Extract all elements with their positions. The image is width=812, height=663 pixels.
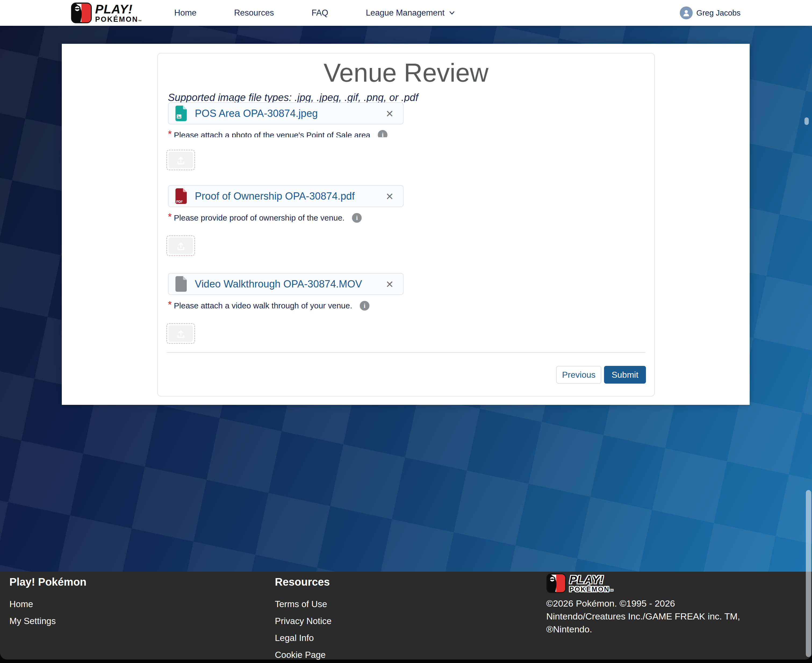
remove-file-button[interactable]: ✕ [382,186,398,207]
nav-item-home[interactable]: Home [175,8,197,18]
footer-links: Home My Settings [10,598,87,627]
trademark-symbol: ™ [610,589,614,593]
upload-icon [168,238,193,254]
nav-league-management-label: League Management [366,8,445,18]
footer-band: Play! Pokémon Home My Settings Resources… [0,572,812,663]
file-link[interactable]: Proof of Ownership OPA-30874.pdf [195,191,355,202]
pokeball-logo-icon [71,2,92,23]
footer-heading: Resources [275,576,339,588]
submit-button[interactable]: Submit [604,366,646,383]
main-navigation: Home Resources FAQ League Management [175,8,456,18]
play-pokemon-logo-link[interactable]: PLAY! POKÉMON™ [71,2,143,23]
form-actions: Previous Submit [556,366,646,383]
copyright-line-2: Nintendo/Creatures Inc./GAME FREAK inc. … [546,611,740,621]
svg-text:PDF: PDF [176,200,183,204]
file-row: Video Walkthrough OPA-30874.MOV ✕ [168,273,404,295]
nav-home-label: Home [175,8,197,18]
remove-file-button[interactable]: ✕ [382,103,398,124]
required-asterisk: * [168,130,172,137]
logo-pokemon-word: POKÉMON [95,15,138,23]
file-link[interactable]: POS Area OPA-30874.jpeg [195,108,318,119]
upload-icon [168,325,193,342]
upload-icon [168,152,193,168]
copyright-line-1: ©2026 Pokémon. ©1995 - 2026 [546,598,675,608]
upload-file-button[interactable] [166,323,195,344]
previous-button[interactable]: Previous [556,366,601,383]
file-link[interactable]: Video Walkthrough OPA-30874.MOV [195,278,362,290]
required-asterisk: * [168,300,172,310]
pdf-file-icon: PDF [175,188,188,204]
logo-play-text: PLAY! [95,3,143,15]
scrollbar-thumb[interactable] [806,490,811,657]
footer-link-home[interactable]: Home [10,598,87,611]
info-icon[interactable]: i [360,301,369,310]
upload-file-button[interactable] [166,235,195,256]
chevron-down-icon [448,9,456,17]
requirement-line: * Please attach a photo of the venue's P… [168,130,404,137]
logo-wordmark: PLAY! POKÉMON™ [95,3,143,23]
requirement-line: * Please provide proof of ownership of t… [168,213,404,223]
image-file-icon [175,105,188,122]
attachment-group-video-walkthrough: Video Walkthrough OPA-30874.MOV ✕ * Plea… [168,273,404,344]
info-icon[interactable]: i [378,130,387,137]
logo-pokemon-word: POKÉMON [569,585,610,593]
nav-item-faq[interactable]: FAQ [311,8,328,18]
nav-faq-label: FAQ [311,8,328,18]
user-avatar-icon [680,6,693,19]
top-navigation-bar: PLAY! POKÉMON™ Home Resources FAQ League… [0,0,812,26]
footer-play-pokemon-logo: PLAY! POKÉMON™ [546,573,740,593]
page-title: Venue Review [158,60,654,86]
info-icon[interactable]: i [352,213,362,223]
generic-file-icon [175,276,188,292]
requirement-line: * Please attach a video walk through of … [168,301,404,311]
footer-links: Terms of Use Privacy Notice Legal Info C… [275,598,339,663]
file-row: POS Area OPA-30874.jpeg ✕ [168,102,404,125]
logo-play-text: PLAY! [569,574,614,585]
content-panel: Venue Review Supported image file types:… [62,44,750,405]
attachment-group-pos-area: POS Area OPA-30874.jpeg ✕ * Please attac… [168,102,404,170]
footer-link-terms-of-use[interactable]: Terms of Use [275,598,339,611]
nav-item-league-management[interactable]: League Management [366,8,456,18]
requirement-text: Please attach a video walk through of yo… [174,301,352,311]
footer-heading: Play! Pokémon [10,576,87,588]
scrollbar-thumb-top[interactable] [804,117,809,125]
required-asterisk: * [168,212,172,222]
nav-item-resources[interactable]: Resources [234,8,274,18]
venue-review-page: PLAY! POKÉMON™ Home Resources FAQ League… [0,0,812,663]
footer-column-play-pokemon: Play! Pokémon Home My Settings [10,576,87,632]
footer: Play! Pokémon Home My Settings Resources… [0,572,812,660]
copyright-text: ©2026 Pokémon. ©1995 - 2026 Nintendo/Cre… [546,597,740,636]
copyright-line-3: ®Nintendo. [546,624,592,634]
checkered-background: Venue Review Supported image file types:… [0,26,812,572]
supported-file-types-note: Supported image file types: .jpg, .jpeg,… [168,92,490,102]
logo-pokemon-text: POKÉMON™ [569,586,614,593]
user-name: Greg Jacobs [696,9,741,18]
footer-column-legal: PLAY! POKÉMON™ ©2026 Pokémon. ©1995 - 20… [546,573,740,636]
requirement-text: Please attach a photo of the venue's Poi… [174,130,370,137]
nav-resources-label: Resources [234,8,274,18]
pokeball-logo-icon [546,573,566,593]
requirement-text: Please provide proof of ownership of the… [174,213,345,223]
file-row: PDF Proof of Ownership OPA-30874.pdf ✕ [168,185,404,207]
footer-link-privacy-notice[interactable]: Privacy Notice [275,614,339,627]
user-menu[interactable]: Greg Jacobs [680,6,741,19]
divider [167,352,645,353]
footer-link-legal-info[interactable]: Legal Info [275,632,339,644]
footer-column-resources: Resources Terms of Use Privacy Notice Le… [275,576,339,663]
trademark-symbol: ™ [138,19,143,23]
remove-file-button[interactable]: ✕ [382,273,398,294]
footer-link-cookie-page[interactable]: Cookie Page [275,648,339,661]
attachment-group-proof-of-ownership: PDF Proof of Ownership OPA-30874.pdf ✕ *… [168,185,404,256]
logo-wordmark: PLAY! POKÉMON™ [569,574,614,593]
venue-review-card: Venue Review Supported image file types:… [157,53,655,396]
logo-pokemon-text: POKÉMON™ [95,16,143,23]
upload-file-button[interactable] [166,150,195,170]
footer-link-my-settings[interactable]: My Settings [10,614,87,627]
